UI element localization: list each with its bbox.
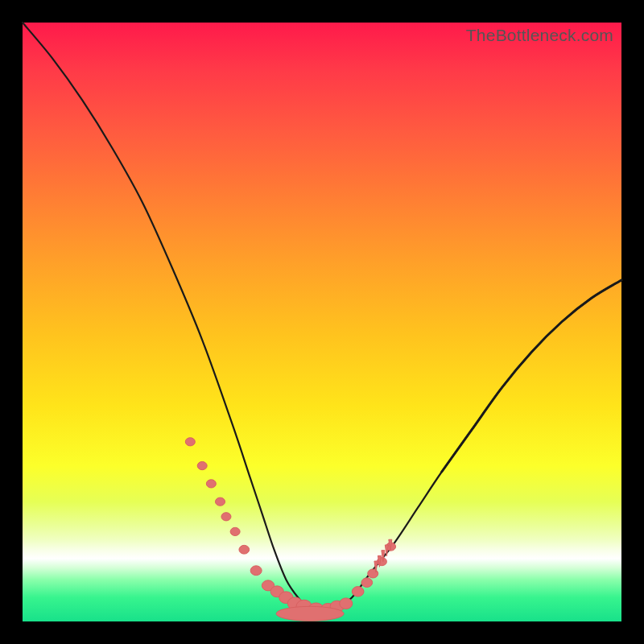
- chart-stage: TheBottleneck.com: [0, 0, 644, 644]
- marker-layer: [185, 438, 395, 617]
- marker-point: [361, 578, 373, 588]
- marker-point: [221, 513, 231, 521]
- bottom-blob-layer: [276, 539, 392, 621]
- chart-svg: [23, 23, 621, 621]
- bottleneck-curve: [23, 23, 621, 616]
- marker-point: [352, 587, 364, 597]
- marker-point: [239, 545, 250, 554]
- marker-point: [197, 461, 207, 469]
- trough-blob: [276, 606, 344, 621]
- chart-plot-area: TheBottleneck.com: [23, 23, 621, 621]
- marker-point: [185, 438, 195, 446]
- marker-point: [206, 480, 216, 488]
- marker-point: [230, 527, 240, 535]
- bottleneck-curve-right: [442, 280, 621, 472]
- marker-point: [340, 598, 353, 609]
- marker-point: [250, 566, 262, 576]
- marker-point: [216, 497, 225, 506]
